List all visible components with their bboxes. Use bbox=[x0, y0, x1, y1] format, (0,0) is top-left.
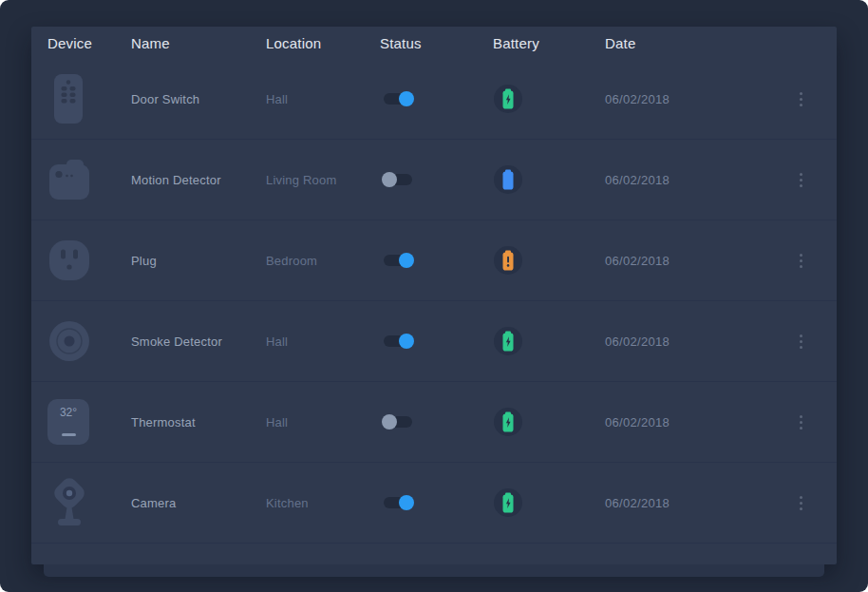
device-icon-cell bbox=[31, 159, 131, 201]
device-table-card: DeviceNameLocationStatusBatteryDate Door… bbox=[31, 27, 837, 564]
column-header-date: Date bbox=[605, 35, 791, 51]
smoke-detector-icon bbox=[47, 319, 91, 363]
toggle-knob bbox=[382, 414, 397, 430]
column-header-battery: Battery bbox=[493, 35, 605, 51]
toggle-knob bbox=[382, 172, 397, 187]
device-location: Hall bbox=[266, 415, 288, 430]
device-date: 06/02/2018 bbox=[605, 496, 670, 510]
thermostat-temperature: 32° bbox=[60, 406, 77, 419]
row-menu-button[interactable] bbox=[793, 87, 809, 111]
row-menu-button[interactable] bbox=[793, 249, 809, 273]
table-header: DeviceNameLocationStatusBatteryDate bbox=[31, 27, 837, 59]
device-location: Bedroom bbox=[266, 254, 317, 268]
stacked-card-edge bbox=[44, 564, 824, 577]
row-menu-button[interactable] bbox=[793, 491, 809, 515]
table-row: Motion Detector Living Room 06/02/2018 bbox=[31, 140, 837, 220]
status-toggle[interactable] bbox=[384, 335, 412, 347]
battery-charging-icon bbox=[500, 331, 516, 352]
battery-charging-icon bbox=[500, 492, 516, 513]
row-menu-button[interactable] bbox=[793, 330, 809, 353]
row-menu-button[interactable] bbox=[793, 168, 809, 192]
device-name: Motion Detector bbox=[131, 173, 221, 187]
table-row: Plug Bedroom 06/02/2018 bbox=[31, 220, 837, 301]
column-header-device: Device bbox=[31, 35, 131, 51]
toggle-knob bbox=[399, 91, 414, 106]
camera-icon bbox=[47, 475, 91, 530]
table-row: Door Switch Hall 06/02/2018 bbox=[31, 59, 837, 140]
device-name: Camera bbox=[131, 496, 176, 510]
status-toggle[interactable] bbox=[384, 255, 412, 266]
device-date: 06/02/2018 bbox=[605, 415, 670, 430]
status-toggle[interactable] bbox=[384, 93, 412, 105]
table-row: Smoke Detector Hall 06/02/2018 bbox=[31, 301, 837, 382]
battery-low-icon bbox=[500, 250, 516, 271]
thermostat-line bbox=[62, 433, 76, 436]
battery-indicator bbox=[494, 85, 522, 113]
device-icon-cell: 32° bbox=[31, 399, 131, 445]
battery-indicator bbox=[494, 488, 522, 517]
device-date: 06/02/2018 bbox=[605, 254, 670, 268]
device-name: Door Switch bbox=[131, 92, 199, 106]
device-name: Smoke Detector bbox=[131, 334, 222, 349]
device-name: Thermostat bbox=[131, 415, 196, 430]
battery-full-icon bbox=[500, 169, 516, 190]
toggle-knob bbox=[399, 334, 414, 349]
remote-icon bbox=[47, 73, 89, 124]
device-icon-cell bbox=[31, 475, 131, 530]
column-header-location: Location bbox=[266, 35, 380, 51]
status-toggle[interactable] bbox=[384, 174, 412, 185]
battery-indicator bbox=[494, 327, 522, 355]
device-date: 06/02/2018 bbox=[605, 173, 670, 187]
table-row: 32° Thermostat Hall 06/02/2018 bbox=[31, 382, 837, 463]
device-date: 06/02/2018 bbox=[605, 334, 670, 349]
column-header-name: Name bbox=[131, 35, 266, 51]
battery-charging-icon bbox=[500, 411, 516, 432]
battery-indicator bbox=[494, 165, 522, 194]
thermostat-icon: 32° bbox=[47, 399, 89, 445]
app-window: DeviceNameLocationStatusBatteryDate Door… bbox=[0, 0, 868, 592]
toggle-knob bbox=[399, 495, 414, 510]
device-location: Hall bbox=[266, 92, 288, 106]
battery-indicator bbox=[494, 246, 522, 275]
toggle-knob bbox=[399, 253, 414, 268]
battery-charging-icon bbox=[500, 88, 516, 109]
table-body: Door Switch Hall 06/02/2018 Motion Detec… bbox=[31, 59, 837, 544]
device-icon-cell bbox=[31, 73, 131, 124]
table-row: Camera Kitchen 06/02/2018 bbox=[31, 463, 837, 544]
row-menu-button[interactable] bbox=[793, 411, 809, 434]
device-date: 06/02/2018 bbox=[605, 92, 670, 106]
status-toggle[interactable] bbox=[384, 416, 412, 428]
device-location: Living Room bbox=[266, 173, 336, 187]
device-location: Kitchen bbox=[266, 496, 309, 510]
column-header-status: Status bbox=[380, 35, 493, 51]
device-icon-cell bbox=[31, 319, 131, 363]
status-toggle[interactable] bbox=[384, 497, 412, 508]
device-icon-cell bbox=[31, 239, 131, 282]
battery-indicator bbox=[494, 408, 522, 436]
plug-icon bbox=[47, 239, 91, 282]
device-location: Hall bbox=[266, 334, 288, 349]
device-name: Plug bbox=[131, 254, 157, 268]
motion-detector-icon bbox=[47, 159, 91, 201]
